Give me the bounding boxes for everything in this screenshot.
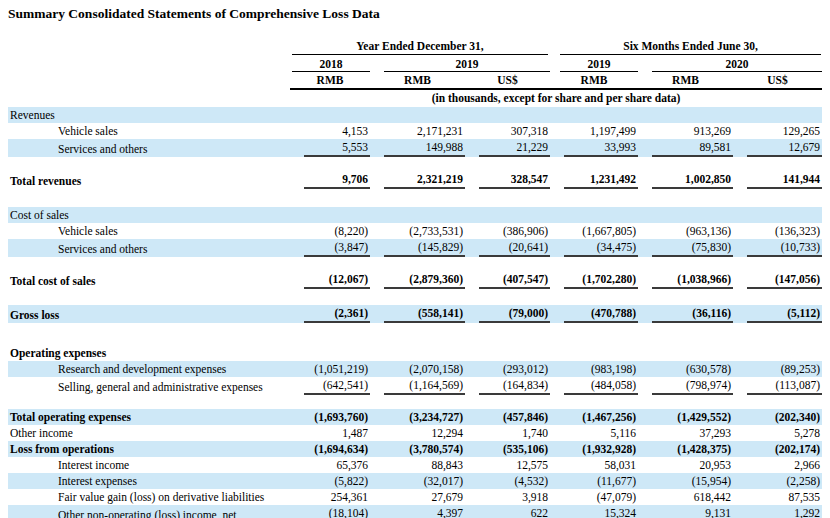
value-cell: 2,966: [733, 457, 822, 473]
value-cell: 3,918: [465, 489, 550, 505]
value-text: (164,834): [479, 377, 550, 395]
value-cell: 37,293: [638, 425, 733, 441]
value-text: (2,361): [304, 305, 370, 323]
value-text: 12,294: [384, 425, 465, 441]
year-2018: 2018: [292, 58, 370, 72]
value-text: (3,234,727): [384, 409, 465, 425]
value-text: 37,293: [652, 425, 733, 441]
value-cell: (1,702,280): [550, 271, 638, 289]
value-text: 307,318: [479, 123, 550, 139]
spacer-row: [8, 189, 822, 207]
value-cell: 89,581: [638, 139, 733, 157]
value-cell: 5,116: [550, 425, 638, 441]
table-row: Revenues: [8, 107, 822, 123]
value-cell: (798,974): [638, 377, 733, 395]
currency-label: RMB: [290, 72, 370, 89]
value-text: (2,733,531): [384, 223, 465, 239]
value-cell: [290, 207, 370, 223]
value-text: (145,829): [384, 239, 465, 257]
value-text: 89,581: [652, 139, 733, 157]
value-cell: (1,038,966): [638, 271, 733, 289]
value-text: 1,487: [304, 425, 370, 441]
value-text: [747, 107, 822, 123]
row-label: Total operating expenses: [8, 409, 290, 425]
value-text: (136,323): [747, 223, 822, 239]
row-label: Total revenues: [8, 171, 290, 189]
value-text: (386,906): [479, 223, 550, 239]
value-text: (79,000): [479, 305, 550, 323]
statements-table: Year Ended December 31, Six Months Ended…: [8, 40, 822, 518]
table-row: Vehicle sales(8,220)(2,733,531)(386,906)…: [8, 223, 822, 239]
value-cell: 9,706: [290, 171, 370, 189]
value-cell: (2,733,531): [370, 223, 465, 239]
table-row: Interest income65,37688,84312,57558,0312…: [8, 457, 822, 473]
value-cell: (11,677): [550, 473, 638, 489]
value-cell: 254,361: [290, 489, 370, 505]
value-text: (2,879,360): [384, 271, 465, 289]
value-text: [564, 207, 638, 223]
value-cell: (79,000): [465, 305, 550, 323]
value-cell: 5,553: [290, 139, 370, 157]
value-cell: (4,532): [465, 473, 550, 489]
table-row: Total revenues9,7062,321,219328,5471,231…: [8, 171, 822, 189]
value-cell: 1,487: [290, 425, 370, 441]
value-text: (147,056): [747, 271, 822, 289]
value-text: (1,694,634): [304, 441, 370, 457]
units-note: (in thousands, except for share and per …: [290, 89, 822, 107]
value-cell: [465, 207, 550, 223]
value-text: [652, 345, 733, 361]
value-cell: (535,106): [465, 441, 550, 457]
value-cell: [465, 107, 550, 123]
value-cell: 5,278: [733, 425, 822, 441]
value-text: 9,706: [304, 171, 370, 189]
value-text: 2,321,219: [384, 171, 465, 189]
value-text: 2,171,231: [384, 123, 465, 139]
value-text: (457,846): [479, 409, 550, 425]
value-text: [479, 207, 550, 223]
value-text: 622: [479, 505, 550, 518]
table-row: Other non-operating (loss) income, net(1…: [8, 505, 822, 518]
year-2019-annual: 2019: [384, 58, 550, 72]
row-label: Services and others: [8, 139, 290, 157]
value-cell: (3,780,574): [370, 441, 465, 457]
value-cell: (47,079): [550, 489, 638, 505]
value-cell: 15,324: [550, 505, 638, 518]
value-text: (293,012): [479, 361, 550, 377]
value-cell: (147,056): [733, 271, 822, 289]
value-cell: (5,822): [290, 473, 370, 489]
value-cell: (136,323): [733, 223, 822, 239]
currency-label: RMB: [638, 72, 733, 89]
value-cell: (1,467,256): [550, 409, 638, 425]
table-row: Fair value gain (loss) on derivative lia…: [8, 489, 822, 505]
value-text: 12,679: [747, 139, 822, 157]
value-text: 1,002,850: [652, 171, 733, 189]
value-cell: 21,229: [465, 139, 550, 157]
row-label: Fair value gain (loss) on derivative lia…: [8, 489, 290, 505]
value-cell: (145,829): [370, 239, 465, 257]
value-cell: (75,830): [638, 239, 733, 257]
value-cell: (963,136): [638, 223, 733, 239]
row-label: Other income: [8, 425, 290, 441]
value-text: 65,376: [304, 457, 370, 473]
row-label: Selling, general and administrative expe…: [8, 377, 290, 395]
year-row: 2018 2019 2019 2020: [8, 55, 822, 72]
value-cell: (558,141): [370, 305, 465, 323]
value-text: (89,253): [747, 361, 822, 377]
spacer-row: [8, 257, 822, 271]
value-text: (642,541): [304, 377, 370, 395]
value-cell: (407,547): [465, 271, 550, 289]
value-cell: (642,541): [290, 377, 370, 395]
value-text: (484,058): [564, 377, 638, 395]
period-group-six-months: Six Months Ended June 30,: [560, 40, 821, 55]
value-text: (10,733): [747, 239, 822, 257]
value-cell: (10,733): [733, 239, 822, 257]
value-text: (2,070,158): [384, 361, 465, 377]
period-group-annual: Year Ended December 31,: [292, 40, 548, 55]
table-row: Total operating expenses(1,693,760)(3,23…: [8, 409, 822, 425]
value-text: 5,278: [747, 425, 822, 441]
value-cell: (202,174): [733, 441, 822, 457]
value-text: [479, 107, 550, 123]
value-cell: 33,993: [550, 139, 638, 157]
value-cell: [465, 345, 550, 361]
value-cell: [290, 345, 370, 361]
